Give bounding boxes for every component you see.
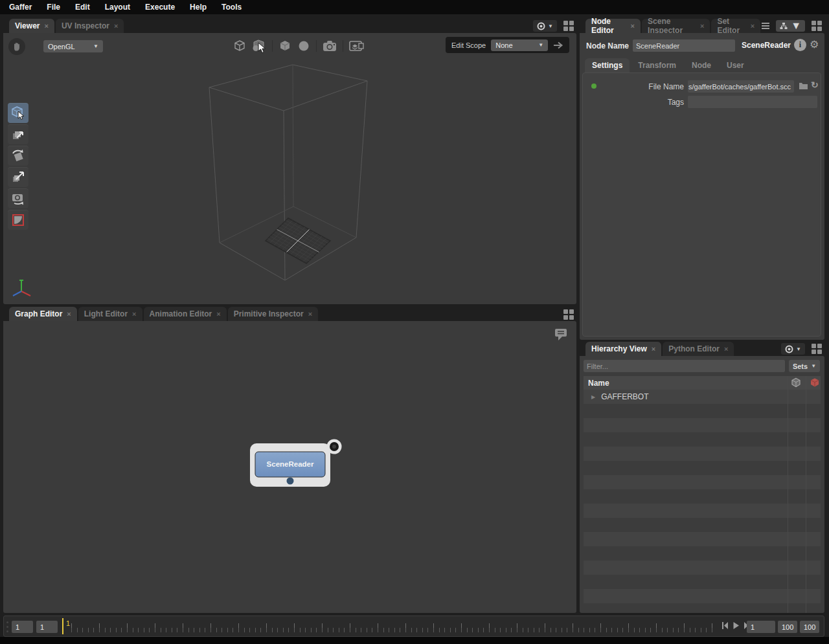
- close-icon[interactable]: ×: [652, 345, 655, 353]
- close-icon[interactable]: ×: [724, 345, 728, 353]
- expander-icon[interactable]: ▶: [591, 394, 595, 400]
- menu-edit[interactable]: Edit: [75, 3, 90, 12]
- menu-help[interactable]: Help: [190, 3, 207, 12]
- camera-icon[interactable]: [323, 40, 337, 52]
- table-row[interactable]: [584, 504, 821, 518]
- skip-to-start-button[interactable]: [721, 621, 729, 630]
- follow-node-button[interactable]: ▼: [776, 20, 805, 32]
- playback-range-start-input[interactable]: 1: [36, 621, 58, 633]
- graph-canvas[interactable]: SceneReader: [3, 321, 576, 613]
- close-icon[interactable]: ×: [114, 22, 118, 30]
- close-icon[interactable]: ×: [216, 310, 220, 318]
- list-menu-icon[interactable]: [762, 23, 769, 29]
- layout-menu-icon[interactable]: [563, 309, 574, 320]
- tab-user[interactable]: User: [720, 58, 751, 72]
- table-row[interactable]: [584, 589, 821, 603]
- selection-tool-button[interactable]: [8, 103, 28, 123]
- pin-scene-button[interactable]: ▼: [781, 343, 805, 355]
- menu-tools[interactable]: Tools: [221, 3, 242, 12]
- crop-window-tool-button[interactable]: [8, 210, 28, 230]
- menu-file[interactable]: File: [47, 3, 60, 12]
- tab-light-editor[interactable]: Light Editor ×: [78, 307, 142, 321]
- edit-scope-select[interactable]: None ▼: [491, 39, 548, 51]
- table-row[interactable]: [584, 475, 821, 489]
- table-row[interactable]: [584, 561, 821, 575]
- tab-graph-editor[interactable]: Graph Editor ×: [9, 307, 77, 321]
- timeline-grip[interactable]: [6, 621, 8, 632]
- sets-dropdown[interactable]: Sets ▼: [789, 360, 820, 372]
- tab-viewer[interactable]: Viewer ×: [9, 19, 54, 33]
- exclusions-cube-icon[interactable]: [810, 377, 820, 388]
- tab-set-editor[interactable]: Set Editor ×: [711, 19, 760, 33]
- display-mode-select[interactable]: OpenGL ▼: [43, 40, 103, 52]
- refresh-icon[interactable]: ↻: [811, 80, 819, 90]
- table-row[interactable]: [584, 489, 821, 504]
- file-name-input[interactable]: s/gafferBot/caches/gafferBot.scc: [688, 80, 794, 93]
- table-row[interactable]: [584, 603, 821, 613]
- playback-range-end-input[interactable]: 100: [778, 621, 797, 633]
- close-icon[interactable]: ×: [631, 22, 635, 30]
- table-row[interactable]: [584, 432, 821, 447]
- close-icon[interactable]: ×: [751, 22, 755, 30]
- table-row[interactable]: [584, 447, 821, 461]
- playhead[interactable]: [62, 618, 63, 634]
- gear-icon[interactable]: ⚙: [810, 38, 819, 50]
- tab-node[interactable]: Node: [685, 58, 718, 72]
- folder-icon[interactable]: [799, 82, 808, 90]
- play-button[interactable]: [732, 621, 740, 630]
- rotate-tool-button[interactable]: [8, 146, 28, 166]
- layout-menu-icon[interactable]: [812, 21, 822, 31]
- inclusions-cube-icon[interactable]: [791, 377, 801, 388]
- close-icon[interactable]: ×: [308, 310, 312, 318]
- node-output-port[interactable]: [287, 478, 294, 485]
- table-row[interactable]: [584, 461, 821, 475]
- tab-node-editor[interactable]: Node Editor ×: [585, 19, 641, 33]
- close-icon[interactable]: ×: [700, 22, 704, 30]
- scale-tool-button[interactable]: [8, 167, 28, 187]
- geometry-cube-icon[interactable]: [278, 39, 291, 52]
- translate-tool-button[interactable]: [8, 124, 28, 144]
- drawing-mode-icon[interactable]: [233, 39, 246, 52]
- menu-gaffer[interactable]: Gaffer: [9, 3, 32, 12]
- table-row[interactable]: [584, 518, 821, 532]
- info-icon[interactable]: i: [794, 39, 806, 51]
- table-row[interactable]: [584, 418, 821, 432]
- close-icon[interactable]: ×: [67, 310, 71, 318]
- tab-settings[interactable]: Settings: [585, 58, 630, 72]
- table-row[interactable]: [584, 575, 821, 589]
- name-column-header[interactable]: Name: [588, 379, 609, 388]
- tab-animation-editor[interactable]: Animation Editor ×: [144, 307, 227, 321]
- tab-transform[interactable]: Transform: [631, 58, 683, 72]
- frame-range-end-input[interactable]: 100: [800, 621, 819, 633]
- close-icon[interactable]: ×: [132, 310, 136, 318]
- viewer-viewport[interactable]: OpenGL ▼: [3, 33, 576, 304]
- timeline-ruler[interactable]: [71, 620, 712, 632]
- jump-to-scope-icon[interactable]: [553, 41, 563, 49]
- pin-scene-button[interactable]: ▼: [533, 20, 557, 32]
- frame-range-start-input[interactable]: 1: [12, 621, 33, 633]
- tab-python-editor[interactable]: Python Editor ×: [663, 342, 734, 356]
- tab-primitive-inspector[interactable]: Primitive Inspector ×: [228, 307, 318, 321]
- table-row[interactable]: [584, 404, 821, 418]
- close-icon[interactable]: ×: [44, 22, 48, 30]
- scene-reader-node[interactable]: SceneReader: [247, 438, 344, 494]
- layout-menu-icon[interactable]: [563, 21, 574, 31]
- filter-input[interactable]: Filter...: [584, 360, 785, 372]
- current-frame-input[interactable]: 1: [747, 621, 775, 633]
- camera-tool-button[interactable]: [8, 188, 28, 208]
- annotation-icon[interactable]: [553, 328, 569, 342]
- row-gafferbot[interactable]: ▶ GAFFERBOT: [584, 390, 821, 404]
- table-row[interactable]: [584, 532, 821, 546]
- menu-layout[interactable]: Layout: [105, 3, 130, 12]
- pan-hand-button[interactable]: [8, 38, 25, 55]
- value-changed-indicator[interactable]: [591, 83, 596, 89]
- table-row[interactable]: [584, 546, 821, 561]
- tab-hierarchy-view[interactable]: Hierarchy View ×: [585, 342, 661, 356]
- sphere-icon[interactable]: [297, 39, 310, 52]
- tab-uv-inspector[interactable]: UV Inspector ×: [56, 19, 124, 33]
- tags-input[interactable]: [688, 96, 817, 108]
- node-name-input[interactable]: SceneReader: [633, 39, 735, 52]
- render-pass-icon[interactable]: [349, 39, 365, 52]
- layout-menu-icon[interactable]: [812, 344, 822, 354]
- menu-execute[interactable]: Execute: [145, 3, 175, 12]
